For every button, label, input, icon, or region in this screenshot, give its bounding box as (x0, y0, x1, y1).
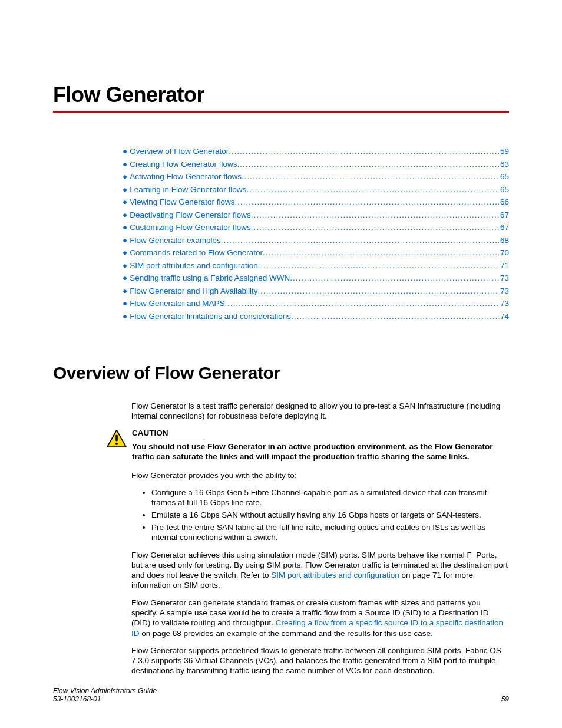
toc-row: ●Customizing Flow Generator flows 67 (123, 223, 509, 232)
toc-bullet-icon: ● (123, 172, 127, 181)
toc-page-number[interactable]: 67 (499, 223, 509, 232)
toc-leader (237, 160, 498, 169)
toc-row: ●Deactivating Flow Generator flows 67 (123, 210, 509, 219)
toc-leader (246, 185, 499, 194)
toc-page-number[interactable]: 59 (499, 147, 509, 156)
ability-list: Configure a 16 Gbps Gen 5 Fibre Channel-… (131, 487, 509, 543)
chapter-title: Flow Generator (53, 83, 509, 107)
toc-link[interactable]: Sending traffic using a Fabric Assigned … (130, 274, 290, 282)
toc-leader (221, 236, 499, 245)
toc-page-number[interactable]: 67 (499, 210, 509, 219)
toc-page-number[interactable]: 65 (499, 185, 509, 194)
toc-link[interactable]: Flow Generator and MAPS (130, 299, 224, 308)
footer-docnum: 53-1003168-01 (53, 695, 157, 703)
toc-page-number[interactable]: 63 (499, 160, 509, 169)
toc-link[interactable]: Learning in Flow Generator flows (130, 185, 246, 194)
table-of-contents: ●Overview of Flow Generator 59●Creating … (123, 147, 509, 321)
sim-paragraph: Flow Generator achieves this using simul… (131, 550, 509, 591)
toc-leader (263, 248, 499, 257)
intro-paragraph: Flow Generator is a test traffic generat… (131, 401, 509, 421)
toc-link[interactable]: Creating Flow Generator flows (130, 160, 237, 169)
toc-page-number[interactable]: 66 (499, 197, 509, 206)
toc-link[interactable]: Deactivating Flow Generator flows (130, 210, 251, 219)
toc-leader (290, 274, 499, 282)
toc-bullet-icon: ● (123, 286, 127, 295)
toc-bullet-icon: ● (123, 223, 127, 232)
frames-text-b: on page 68 provides an example of the co… (140, 629, 433, 638)
toc-page-number[interactable]: 73 (499, 286, 509, 295)
toc-bullet-icon: ● (123, 210, 127, 219)
section-heading: Overview of Flow Generator (53, 363, 509, 383)
toc-bullet-icon: ● (123, 299, 127, 308)
toc-page-number[interactable]: 70 (499, 248, 509, 257)
toc-bullet-icon: ● (123, 197, 127, 206)
toc-link[interactable]: Customizing Flow Generator flows (130, 223, 251, 232)
toc-row: ●Flow Generator and MAPS 73 (123, 299, 509, 308)
toc-bullet-icon: ● (123, 248, 127, 257)
toc-row: ●Overview of Flow Generator 59 (123, 147, 509, 156)
toc-bullet-icon: ● (123, 236, 127, 245)
intro-paragraph-block: Flow Generator is a test traffic generat… (131, 401, 509, 421)
toc-page-number[interactable]: 71 (499, 261, 509, 270)
toc-link[interactable]: Overview of Flow Generator (130, 147, 229, 156)
toc-row: ●Flow Generator examples 68 (123, 236, 509, 245)
toc-page-number[interactable]: 73 (499, 274, 509, 282)
toc-page-number[interactable]: 65 (499, 172, 509, 181)
toc-bullet-icon: ● (123, 147, 127, 156)
toc-row: ●Commands related to Flow Generator 70 (123, 248, 509, 257)
page-footer: Flow Vision Administrators Guide 53-1003… (53, 687, 509, 703)
toc-bullet-icon: ● (123, 185, 127, 194)
ability-lead: Flow Generator provides you with the abi… (131, 470, 509, 480)
toc-row: ●Flow Generator limitations and consider… (123, 312, 509, 321)
caution-icon (106, 429, 127, 450)
toc-link[interactable]: SIM port attributes and configuration (130, 261, 258, 270)
ability-item: Emulate a 16 Gbps SAN without actually h… (151, 510, 509, 521)
toc-page-number[interactable]: 74 (499, 312, 509, 321)
svg-rect-1 (115, 435, 118, 442)
toc-leader (251, 223, 499, 232)
toc-row: ●SIM port attributes and configuration 7… (123, 261, 509, 270)
toc-bullet-icon: ● (123, 261, 127, 270)
caution-body: You should not use Flow Generator in an … (132, 442, 509, 462)
footer-title: Flow Vision Administrators Guide (53, 687, 157, 695)
toc-leader (258, 261, 499, 270)
chapter-rule (53, 111, 509, 113)
toc-row: ●Flow Generator and High Availability 73 (123, 286, 509, 295)
ability-item: Pre-test the entire SAN fabric at the fu… (151, 522, 509, 543)
toc-link[interactable]: Flow Generator limitations and considera… (130, 312, 291, 321)
vc-paragraph: Flow Generator supports predefined flows… (131, 645, 509, 676)
toc-leader (291, 312, 499, 321)
toc-bullet-icon: ● (123, 160, 127, 169)
toc-link[interactable]: Flow Generator and High Availability (130, 286, 257, 295)
toc-leader (224, 299, 498, 308)
toc-page-number[interactable]: 68 (499, 236, 509, 245)
footer-left: Flow Vision Administrators Guide 53-1003… (53, 687, 157, 703)
toc-leader (229, 147, 499, 156)
toc-bullet-icon: ● (123, 274, 127, 282)
toc-page-number[interactable]: 73 (499, 299, 509, 308)
toc-row: ●Learning in Flow Generator flows 65 (123, 185, 509, 194)
caution-heading: CAUTION (132, 428, 204, 439)
footer-page-number: 59 (501, 695, 509, 703)
caution-block: CAUTION You should not use Flow Generato… (106, 428, 509, 462)
toc-row: ●Creating Flow Generator flows63 (123, 160, 509, 169)
toc-leader (242, 172, 499, 181)
toc-link[interactable]: Commands related to Flow Generator (130, 248, 263, 257)
sim-link[interactable]: SIM port attributes and configuration (271, 571, 399, 579)
toc-row: ●Activating Flow Generator flows65 (123, 172, 509, 181)
frames-paragraph: Flow Generator can generate standard fra… (131, 598, 509, 638)
toc-leader (234, 197, 498, 206)
body-column: Flow Generator provides you with the abi… (131, 470, 509, 676)
toc-bullet-icon: ● (123, 312, 127, 321)
toc-row: ●Sending traffic using a Fabric Assigned… (123, 274, 509, 282)
caution-text: CAUTION You should not use Flow Generato… (132, 428, 509, 462)
svg-point-2 (115, 443, 118, 445)
toc-link[interactable]: Flow Generator examples (130, 236, 221, 245)
page-content: Flow Generator ●Overview of Flow Generat… (0, 0, 562, 676)
toc-link[interactable]: Activating Flow Generator flows (130, 172, 242, 181)
ability-item: Configure a 16 Gbps Gen 5 Fibre Channel-… (151, 487, 509, 508)
toc-leader (251, 210, 499, 219)
toc-link[interactable]: Viewing Flow Generator flows (130, 197, 234, 206)
toc-row: ●Viewing Flow Generator flows66 (123, 197, 509, 206)
toc-leader (258, 286, 499, 295)
